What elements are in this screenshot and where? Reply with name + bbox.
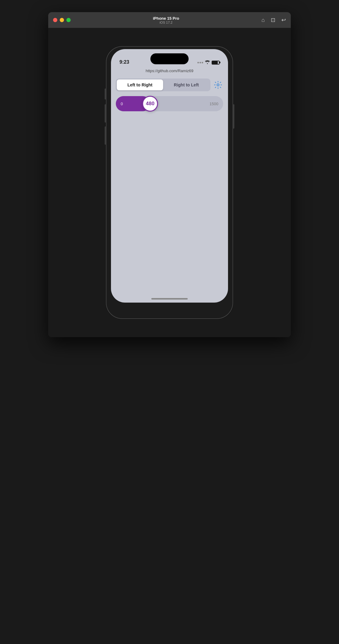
power-button[interactable] [233,104,234,129]
title-bar: iPhone 15 Pro iOS 17.2 ⌂ ⊡ ↩ [48,12,291,28]
signal-icon [197,62,203,63]
home-icon[interactable]: ⌂ [261,17,265,23]
close-button[interactable] [53,18,57,22]
volume-down-button[interactable] [105,126,106,145]
segmented-control: Left to Right Right to Left [116,79,210,91]
wifi-icon [205,60,210,65]
fullscreen-button[interactable] [66,18,71,22]
dynamic-island [150,53,189,64]
minimize-button[interactable] [60,18,64,22]
title-bar-info: iPhone 15 Pro iOS 17.2 [76,16,257,24]
settings-button[interactable] [213,80,223,90]
progress-fill: 0 480 [116,96,150,111]
battery-icon [212,61,220,65]
rotate-icon[interactable]: ↩ [281,17,286,23]
progress-current-value: 480 [146,101,154,107]
segment-right-to-left[interactable]: Right to Left [163,79,210,90]
progress-thumb[interactable]: 480 [142,96,158,112]
progress-bar[interactable]: 0 480 1500 [116,96,223,111]
device-os: iOS 17.2 [76,21,257,24]
svg-point-0 [217,84,219,86]
url-bar: https://github.com/Ramiz69 [116,67,223,74]
phone-screen: 9:23 [111,49,228,303]
screenshot-icon[interactable]: ⊡ [271,17,275,23]
segment-left-to-right[interactable]: Left to Right [117,79,163,90]
simulator-window: iPhone 15 Pro iOS 17.2 ⌂ ⊡ ↩ 9:23 [48,12,291,337]
simulator-background: 9:23 [48,28,291,337]
traffic-lights [53,18,71,22]
segmented-control-row: Left to Right Right to Left [116,79,223,91]
progress-start-label: 0 [121,102,123,106]
progress-end-label: 1500 [210,102,218,106]
device-name: iPhone 15 Pro [76,16,257,21]
title-bar-actions: ⌂ ⊡ ↩ [261,17,286,23]
home-indicator [151,298,188,300]
content-area: https://github.com/Ramiz69 Left to Right… [111,67,228,303]
status-icons [197,60,220,65]
phone-frame: 9:23 [106,46,233,319]
volume-up-button[interactable] [105,104,106,122]
